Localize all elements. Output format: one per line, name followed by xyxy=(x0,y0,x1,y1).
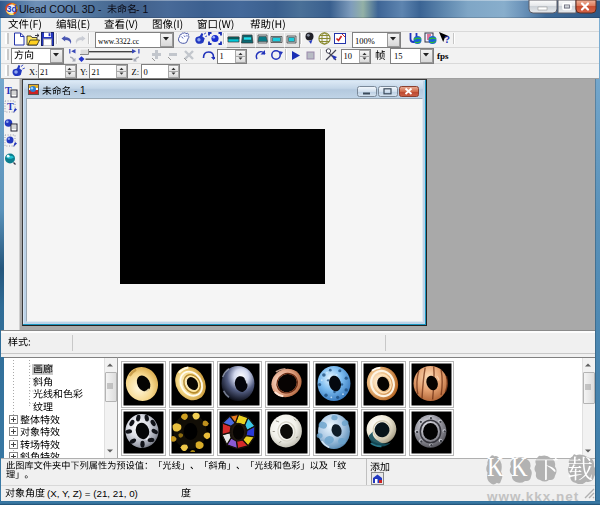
svg-text:T: T xyxy=(7,101,14,112)
svg-text:?: ? xyxy=(445,33,451,45)
svg-text:3d: 3d xyxy=(7,4,17,14)
